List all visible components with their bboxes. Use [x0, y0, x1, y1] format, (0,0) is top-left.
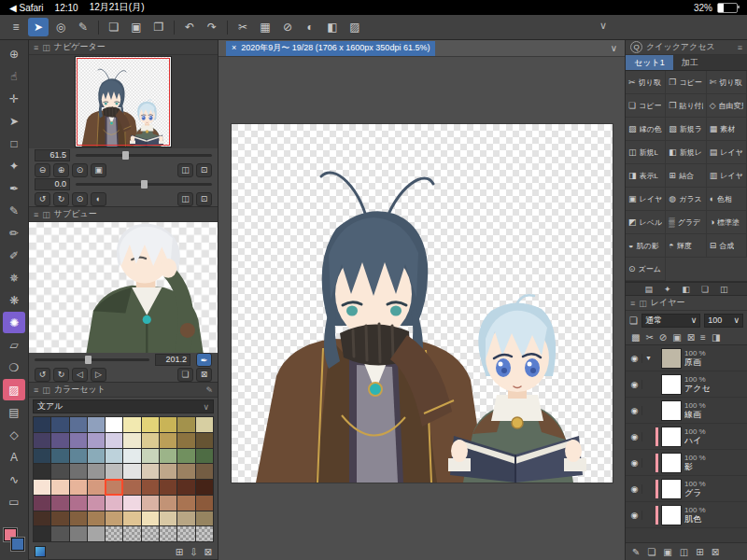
- quick-access-item[interactable]: ◩ レベル: [626, 211, 666, 234]
- select-tool-icon[interactable]: ◎: [50, 18, 71, 36]
- layer-visibility-toggle[interactable]: ◉: [627, 354, 642, 363]
- color-swatch[interactable]: [70, 464, 87, 479]
- layer-toolbar-icon[interactable]: ◨: [712, 332, 720, 343]
- subview-zoom-slider[interactable]: [35, 358, 149, 361]
- quick-access-item[interactable]: ▤ レイヤ: [707, 141, 747, 164]
- canvas-viewport[interactable]: [218, 57, 625, 560]
- colorset-select-dropdown[interactable]: 文アル ∨: [33, 399, 214, 413]
- color-swatch[interactable]: [70, 511, 87, 526]
- quick-access-item[interactable]: ◍ ガラス: [666, 188, 706, 211]
- layer-toolbar-icon[interactable]: ▩: [631, 332, 640, 343]
- palette-dock-tab[interactable]: ▤: [644, 285, 653, 294]
- layer-thumbnail[interactable]: [661, 400, 682, 421]
- color-swatch[interactable]: [160, 449, 176, 464]
- navigator-rotate-slider[interactable]: [76, 183, 212, 186]
- color-swatch[interactable]: [51, 464, 68, 479]
- color-swatch[interactable]: [51, 480, 68, 495]
- border-effect-icon[interactable]: ▨: [345, 18, 365, 36]
- color-swatch[interactable]: [51, 511, 68, 526]
- color-swatch[interactable]: [106, 511, 122, 526]
- eyedropper-tool-icon[interactable]: ✒: [3, 177, 25, 199]
- layer-visibility-toggle[interactable]: ◉: [627, 432, 642, 441]
- color-swatch[interactable]: [177, 526, 194, 541]
- color-swatch[interactable]: [51, 449, 68, 464]
- navigator-rotate-button[interactable]: ⊡: [196, 192, 212, 206]
- subview-button[interactable]: [109, 369, 175, 381]
- color-swatch[interactable]: [51, 417, 68, 432]
- color-swatch[interactable]: [88, 464, 105, 479]
- layer-row[interactable]: ◉ 100 % 線画: [626, 398, 747, 424]
- color-swatch[interactable]: [123, 464, 140, 479]
- navigator-thumbnail[interactable]: [76, 57, 171, 147]
- layer-thumbnail[interactable]: [661, 348, 682, 369]
- quick-access-item[interactable]: ⊟ 合成: [707, 234, 747, 258]
- color-swatch[interactable]: [142, 449, 159, 464]
- navigator-zoom-button[interactable]: ⊙: [72, 163, 88, 177]
- sub-color-chip[interactable]: [11, 538, 24, 551]
- palette-dock-tab[interactable]: ✦: [664, 285, 671, 294]
- color-swatch[interactable]: [123, 433, 140, 448]
- layer-action-button[interactable]: ✎: [632, 547, 640, 557]
- pen-tool-icon[interactable]: ✎: [3, 200, 25, 221]
- layer-visibility-toggle[interactable]: ◉: [627, 458, 642, 468]
- color-swatch[interactable]: [142, 464, 159, 479]
- color-swatch[interactable]: [123, 496, 140, 511]
- frame-tool-icon[interactable]: ▭: [3, 491, 25, 512]
- color-swatch[interactable]: [51, 433, 68, 448]
- panel-menu-icon[interactable]: ≡: [738, 43, 742, 52]
- color-swatch[interactable]: [177, 449, 194, 464]
- color-swatch[interactable]: [88, 433, 105, 448]
- artwork-canvas[interactable]: [232, 124, 613, 483]
- panel-menu-icon[interactable]: ≡: [34, 210, 38, 219]
- color-swatch[interactable]: [34, 433, 50, 448]
- layer-row[interactable]: ◉ 100 % 肌色: [626, 502, 747, 528]
- divider[interactable]: [174, 21, 175, 35]
- eraser-tool-icon[interactable]: ▱: [3, 334, 25, 356]
- invert-selection-icon[interactable]: ◐: [300, 18, 320, 36]
- airbrush-tool-icon[interactable]: ✵: [3, 267, 25, 288]
- quick-access-item[interactable]: ◇ 自由変形: [707, 94, 747, 118]
- toolbar-overflow-chevron[interactable]: ∨: [599, 20, 607, 32]
- move-layer-tool-icon[interactable]: ✛: [3, 88, 25, 109]
- color-swatch[interactable]: [196, 511, 213, 526]
- tab-overflow-chevron[interactable]: ∨: [611, 43, 617, 53]
- layer-action-button[interactable]: ⊞: [696, 547, 703, 557]
- quick-access-item[interactable]: ✄ 切り取り: [707, 71, 747, 94]
- navigator-rotate-value[interactable]: 0.0: [35, 178, 70, 190]
- layer-thumbnail[interactable]: [661, 374, 682, 395]
- layer-row[interactable]: ◉ 100 % 影: [626, 450, 747, 476]
- palette-dock-tab[interactable]: ◫: [720, 285, 728, 294]
- color-swatch[interactable]: [123, 526, 140, 541]
- color-swatch[interactable]: [196, 526, 213, 541]
- color-swatch[interactable]: [106, 417, 122, 432]
- color-swatch[interactable]: [88, 417, 105, 432]
- selection-tool-icon[interactable]: □: [3, 133, 25, 154]
- color-swatch[interactable]: [34, 496, 50, 511]
- layer-visibility-toggle[interactable]: ◉: [627, 380, 642, 389]
- color-swatch[interactable]: [177, 433, 194, 448]
- color-swatch[interactable]: [196, 417, 213, 432]
- colorset-action-button[interactable]: ⊠: [204, 547, 212, 557]
- color-swatch[interactable]: [142, 433, 159, 448]
- fill-tool-icon[interactable]: ▨: [3, 379, 25, 400]
- quick-access-item[interactable]: ◧ 新規レ: [666, 141, 706, 164]
- subview-button[interactable]: ❏: [177, 368, 193, 382]
- color-swatch[interactable]: [142, 526, 159, 541]
- new-canvas-icon[interactable]: ❏: [104, 18, 124, 36]
- document-tab[interactable]: × 2020年9月〜 19/28 (1706 x 1600px 350dpi 6…: [226, 41, 435, 56]
- color-swatch[interactable]: [160, 433, 176, 448]
- color-swatch[interactable]: [106, 480, 122, 495]
- quick-access-item[interactable]: ❐ コピー: [666, 71, 706, 94]
- hand-tool-icon[interactable]: ☝: [3, 65, 25, 87]
- quick-access-item[interactable]: ▦ 素材: [707, 118, 747, 141]
- layer-thumbnail[interactable]: [661, 453, 682, 473]
- panel-menu-icon[interactable]: ≡: [34, 43, 38, 52]
- navigator-zoom-button[interactable]: ⊕: [53, 163, 69, 177]
- color-swatch[interactable]: [34, 526, 50, 541]
- color-swatch[interactable]: [70, 449, 87, 464]
- layer-visibility-toggle[interactable]: ◉: [627, 484, 642, 494]
- slider-handle[interactable]: [122, 151, 129, 160]
- color-swatch[interactable]: [177, 480, 194, 495]
- quick-access-tab-kakou[interactable]: 加工: [673, 55, 707, 70]
- export-icon[interactable]: ❐: [148, 18, 169, 36]
